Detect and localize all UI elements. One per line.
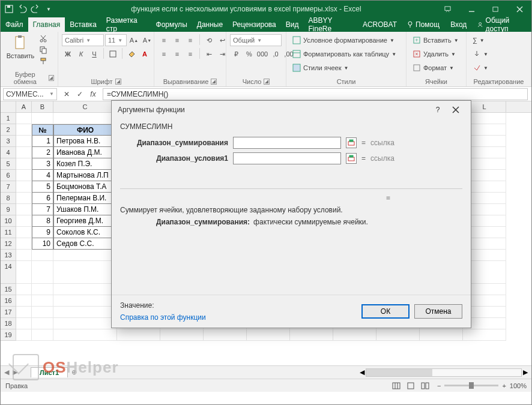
table-header-num[interactable]: № [32,124,53,136]
col-header[interactable]: C [53,101,117,112]
font-size-combo[interactable]: 11▼ [105,34,127,46]
border-icon[interactable] [107,48,119,60]
align-dialog-icon[interactable] [211,79,217,85]
share-button[interactable]: Общий доступ [473,17,528,32]
row-header[interactable]: 17 [1,307,16,318]
autosum-button[interactable]: ∑ ▼ [473,34,488,46]
table-cell-name[interactable]: Пелерман В.И. [53,193,117,204]
align-left-icon[interactable]: ≡ [158,48,170,60]
arg2-ref-icon[interactable] [346,153,357,164]
table-cell-num[interactable]: 5 [32,181,53,193]
save-icon[interactable] [4,4,14,14]
row-header[interactable]: 16 [1,295,16,307]
row-header[interactable]: 5 [1,158,16,170]
format-cells-button[interactable]: Формат ▼ [413,62,459,74]
table-cell-num[interactable]: 6 [32,193,53,204]
table-cell-name[interactable]: Георгиев Д.М. [53,215,117,227]
name-box[interactable]: СУММЕС...▼ [3,88,57,100]
copy-icon[interactable] [39,46,47,55]
table-cell-name[interactable]: Петрова Н.В. [53,136,117,147]
align-center-icon[interactable]: ≡ [171,48,183,60]
cancel-formula-icon[interactable]: ✕ [61,88,73,100]
percent-icon[interactable]: % [243,48,255,60]
tell-me[interactable]: Помощ [402,17,444,32]
sheet-prev-icon[interactable]: ◀ [4,368,9,376]
conditional-format-button[interactable]: Условное форматирование ▼ [292,34,396,46]
row-header[interactable]: 9 [1,204,16,215]
table-cell-num[interactable]: 2 [32,147,53,158]
font-color-icon[interactable]: A [139,48,151,60]
row-header[interactable]: 1 [1,113,16,124]
font-dialog-icon[interactable] [115,79,121,85]
table-cell-name[interactable]: Ушаков П.М. [53,204,117,215]
table-cell-num[interactable]: 3 [32,158,53,170]
col-header[interactable]: A [16,101,32,112]
number-dialog-icon[interactable] [264,79,270,85]
dialog-help-link[interactable]: Справка по этой функции [120,313,206,322]
currency-icon[interactable]: ₽ [230,48,242,60]
shrink-font-icon[interactable]: A▼ [141,34,153,46]
ribbon-options-icon[interactable] [435,1,459,17]
paste-button[interactable]: Вставить [4,34,37,59]
view-layout-icon[interactable] [405,381,417,391]
tab-acrobat[interactable]: ACROBAT [358,17,402,32]
number-format-combo[interactable]: Общий▼ [230,34,282,46]
add-sheet-icon[interactable]: ⊕ [68,368,80,376]
accept-formula-icon[interactable]: ✓ [74,88,86,100]
table-cell-num[interactable]: 8 [32,215,53,227]
zoom-level[interactable]: 100% [510,382,527,389]
table-cell-name[interactable]: Седов С.С. [53,238,117,250]
comma-icon[interactable]: 000 [256,48,268,60]
insert-cells-button[interactable]: +Вставить ▼ [413,34,459,46]
table-cell-name[interactable]: Козел П.Э. [53,158,117,170]
row-header[interactable]: 15 [1,284,16,295]
row-header[interactable]: 8 [1,193,16,204]
minimize-icon[interactable] [459,1,483,17]
view-normal-icon[interactable] [390,381,402,391]
table-cell-num[interactable]: 10 [32,238,53,250]
tab-home[interactable]: Главная [28,17,65,32]
table-cell-name[interactable]: Иванова Д.М. [53,147,117,158]
fill-color-icon[interactable] [125,48,138,60]
row-header[interactable]: 18 [1,318,16,329]
tab-layout[interactable]: Разметка стр [101,17,151,32]
row-header[interactable]: 7 [1,181,16,193]
dialog-help-icon[interactable]: ? [429,101,447,119]
format-painter-icon[interactable] [39,57,47,67]
table-cell-num[interactable]: 9 [32,227,53,238]
dialog-cancel-button[interactable]: Отмена [414,304,462,319]
clipboard-dialog-icon[interactable] [49,75,54,81]
tab-view[interactable]: Вид [281,17,304,32]
maximize-icon[interactable] [483,1,507,17]
row-header[interactable]: 6 [1,170,16,181]
fx-icon[interactable]: fx [87,88,99,100]
delete-cells-button[interactable]: ×Удалить ▼ [413,48,459,60]
formula-input[interactable]: =СУММЕСЛИМН() [103,88,528,100]
hscrollbar[interactable] [366,368,522,377]
qat-customize-icon[interactable]: ▼ [44,4,53,14]
col-header[interactable]: B [32,101,53,112]
underline-button[interactable]: Ч [88,48,100,60]
sheet-tab[interactable]: Лист1 [31,367,68,377]
sign-in[interactable]: Вход [446,17,471,32]
table-cell-name[interactable]: Соколов К.С. [53,227,117,238]
zoom-in-icon[interactable]: + [502,382,506,389]
row-header[interactable]: 4 [1,147,16,158]
dec-inc-icon[interactable]: ,0 [270,48,282,60]
hscroll-right-icon[interactable]: ▶ [523,368,528,376]
align-middle-icon[interactable]: ≡ [171,34,183,46]
table-cell-num[interactable]: 4 [32,170,53,181]
tab-insert[interactable]: Вставка [65,17,101,32]
align-right-icon[interactable]: ≡ [184,48,196,60]
sheet-next-icon[interactable]: ▶ [13,368,17,376]
select-all-corner[interactable] [1,101,16,112]
dialog-ok-button[interactable]: ОК [361,304,410,319]
cell-styles-button[interactable]: Стили ячеек ▼ [292,62,396,74]
indent-dec-icon[interactable]: ⇤ [203,48,215,60]
orientation-icon[interactable]: ⟲ [203,34,215,46]
table-cell-name[interactable]: Мартынова Л.П [53,170,117,181]
align-bottom-icon[interactable]: ≡ [184,34,196,46]
row-header[interactable]: 14 [1,261,16,284]
zoom-out-icon[interactable]: − [437,382,441,389]
hscroll-left-icon[interactable]: ◀ [360,368,364,376]
